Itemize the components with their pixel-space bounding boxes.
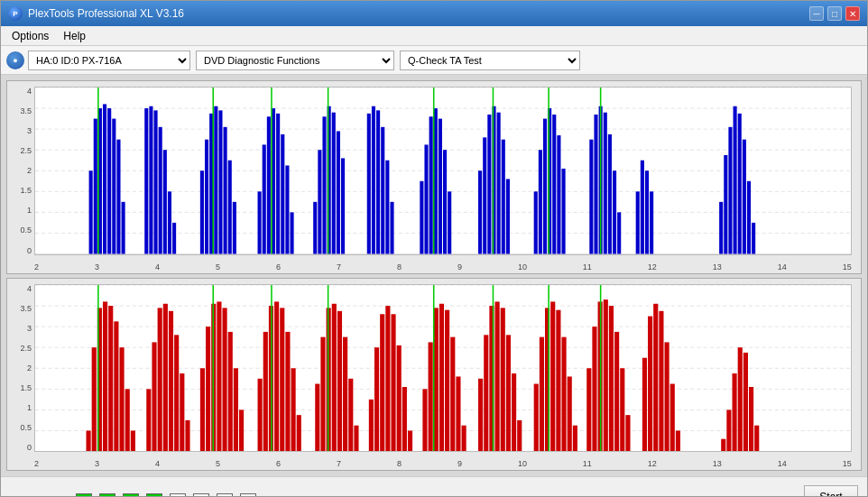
svg-rect-127 [200,368,205,451]
svg-rect-203 [749,387,753,451]
svg-rect-154 [385,306,390,451]
svg-rect-36 [276,114,280,254]
top-chart-svg [35,87,851,254]
svg-rect-130 [217,301,221,451]
menu-help[interactable]: Help [56,28,93,44]
metrics-area: Jitter: 3 Peak Shift: 2 [10,493,272,498]
svg-rect-85 [719,202,723,254]
svg-rect-45 [337,131,340,253]
svg-rect-30 [228,161,232,254]
svg-rect-74 [589,140,593,254]
svg-rect-57 [439,119,442,254]
svg-rect-49 [376,110,380,253]
svg-rect-166 [462,425,466,451]
svg-rect-89 [738,114,742,254]
menubar: Options Help [1,26,867,46]
svg-rect-167 [478,378,483,451]
svg-rect-44 [332,113,336,254]
top-chart-y-axis: 4 3.5 3 2.5 2 1.5 1 0.5 0 [7,87,34,255]
svg-rect-27 [214,106,217,254]
svg-rect-20 [159,127,162,254]
maximize-button[interactable]: □ [827,6,842,21]
svg-rect-204 [754,425,759,451]
svg-rect-41 [318,150,321,253]
svg-rect-144 [320,336,325,451]
svg-rect-191 [642,357,647,451]
svg-rect-113 [103,301,107,451]
svg-rect-142 [297,415,301,451]
svg-rect-193 [653,303,658,451]
svg-rect-87 [728,127,732,254]
svg-rect-168 [484,335,488,451]
svg-rect-139 [280,308,284,451]
svg-rect-162 [439,303,444,451]
svg-rect-189 [620,368,624,451]
svg-rect-122 [163,303,168,451]
svg-rect-86 [724,155,727,254]
start-button[interactable]: Start [804,485,858,498]
svg-rect-46 [341,158,345,253]
function-select[interactable]: DVD Diagnostic Functions [196,51,394,70]
svg-rect-50 [381,127,384,254]
svg-rect-159 [422,389,427,451]
svg-rect-33 [263,144,266,253]
svg-rect-78 [608,134,612,254]
svg-rect-47 [367,114,371,254]
drive-select[interactable]: HA:0 ID:0 PX-716A [28,51,190,70]
jitter-bar-3 [123,493,139,498]
svg-rect-190 [625,415,630,451]
close-button[interactable]: ✕ [845,6,860,21]
svg-rect-24 [200,170,204,253]
svg-rect-195 [665,342,669,451]
svg-rect-52 [390,202,393,254]
svg-rect-114 [108,306,113,451]
svg-rect-174 [517,419,522,451]
results-panel: Jitter: 3 Peak Shift: 2 TA Quality Indic… [1,476,867,497]
svg-rect-138 [274,301,279,451]
svg-rect-69 [543,119,547,254]
svg-rect-164 [450,336,455,451]
svg-rect-202 [743,352,748,451]
svg-rect-79 [613,170,616,253]
svg-rect-140 [285,331,290,451]
toolbar: ● HA:0 ID:0 PX-716A DVD Diagnostic Funct… [1,46,867,75]
menu-options[interactable]: Options [5,28,56,44]
svg-rect-21 [163,150,167,253]
svg-rect-176 [540,336,544,451]
main-area: 4 3.5 3 2.5 2 1.5 1 0.5 0 [1,75,867,476]
svg-rect-28 [218,110,222,253]
svg-rect-31 [233,202,236,254]
svg-rect-172 [506,335,511,451]
minimize-button[interactable]: ─ [809,6,824,21]
svg-rect-184 [592,327,596,451]
svg-rect-73 [561,169,565,254]
svg-rect-124 [174,335,179,451]
jitter-bar-2 [99,493,115,498]
svg-rect-165 [456,376,460,451]
svg-rect-68 [539,150,542,253]
jitter-bar-7 [217,493,233,498]
svg-rect-147 [337,310,342,451]
svg-rect-156 [397,345,402,451]
svg-rect-179 [556,309,560,451]
svg-rect-111 [92,347,97,451]
jitter-bar-1 [76,493,92,498]
jitter-bar-8 [240,493,256,498]
svg-rect-151 [369,399,374,451]
svg-rect-110 [87,430,91,451]
svg-rect-119 [146,389,151,451]
svg-rect-125 [180,373,184,451]
svg-rect-115 [114,321,118,451]
svg-rect-187 [609,306,614,451]
svg-rect-148 [343,336,347,451]
svg-rect-121 [158,308,162,451]
titlebar-controls: ─ □ ✕ [809,6,860,21]
svg-rect-18 [149,106,152,254]
svg-rect-135 [258,378,263,451]
bottom-chart-container: 4 3.5 3 2.5 2 1.5 1 0.5 0 [6,278,862,472]
svg-rect-55 [429,116,433,253]
bottom-chart-x-axis: 2 3 4 5 6 7 8 9 10 11 12 13 14 15 [34,459,852,468]
svg-rect-23 [172,223,176,254]
svg-rect-146 [332,303,337,451]
test-select[interactable]: Q-Check TA Test [400,51,580,70]
